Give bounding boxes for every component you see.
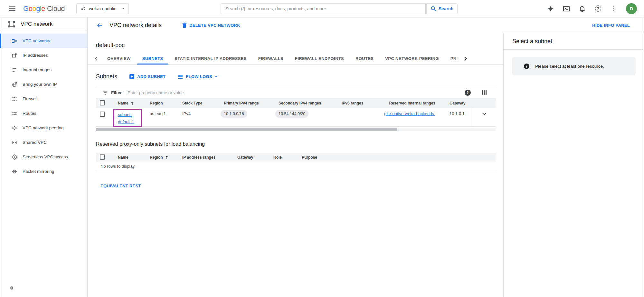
hide-info-panel-button[interactable]: HIDE INFO PANEL xyxy=(592,23,630,28)
sidebar-item-label: VPC network peering xyxy=(23,125,64,130)
sidebar-item-ip-addresses[interactable]: IP addresses xyxy=(0,48,87,63)
project-selector[interactable]: wekaio-public xyxy=(76,3,129,14)
sidebar-item-shared-vpc[interactable]: Shared VPC xyxy=(0,135,87,150)
sidebar-item-bring-your-own-ip[interactable]: Bring your own IP xyxy=(0,77,87,92)
sidebar-item-label: Shared VPC xyxy=(23,140,47,145)
gemini-sparkle-icon[interactable] xyxy=(547,5,554,12)
caret-down-icon xyxy=(215,76,217,77)
hamburger-menu-icon[interactable] xyxy=(9,5,15,12)
vpc-network-icon xyxy=(8,20,15,28)
column-header-region: Region xyxy=(150,155,163,160)
primary-ipv4-chip: 10.1.0.0/16 xyxy=(221,110,247,118)
cloud-shell-icon[interactable] xyxy=(563,5,570,12)
proxy-table-header: Name Region IP address ranges Gateway Ro… xyxy=(96,153,496,162)
ip-addresses-icon xyxy=(12,53,17,58)
sidebar-item-label: Internal ranges xyxy=(23,67,52,72)
sidebar-item-internal-ranges[interactable]: Internal ranges xyxy=(0,63,87,77)
column-header-purpose: Purpose xyxy=(298,155,496,160)
notifications-bell-icon[interactable] xyxy=(579,5,586,12)
sidebar-item-vpc-network-peering[interactable]: VPC network peering xyxy=(0,121,87,135)
column-header-name: Name xyxy=(114,155,146,160)
column-header-reserved-internal: Reserved internal ranges xyxy=(380,101,446,105)
filter-input[interactable] xyxy=(128,90,464,95)
google-logo-text: Google xyxy=(23,5,45,13)
subnets-section-header: Subnets ADD SUBNET FLOW LOGS xyxy=(96,73,496,80)
column-header-primary-ipv4: Primary IPv4 range xyxy=(220,101,275,105)
filter-icon xyxy=(102,90,108,95)
collapse-sidebar-icon[interactable] xyxy=(8,285,14,292)
sort-ascending-icon[interactable] xyxy=(130,101,134,105)
column-display-options-icon[interactable] xyxy=(482,90,487,95)
cloud-logo-text: Cloud xyxy=(47,5,65,13)
tab-bar: OVERVIEW SUBNETS STATIC INTERNAL IP ADDR… xyxy=(88,53,503,65)
tab-subnets[interactable]: SUBNETS xyxy=(137,53,169,64)
select-all-checkbox[interactable] xyxy=(100,100,105,105)
global-search: Search xyxy=(221,3,458,14)
tab-scroll-left-icon[interactable] xyxy=(91,56,101,62)
top-app-bar: Google Cloud wekaio-public Search ? ⋮ xyxy=(0,0,644,17)
sidebar-menu: VPC networks IP addresses Internal range… xyxy=(0,31,87,179)
topbar-actions: ? ⋮ D xyxy=(547,3,637,14)
filter-bar: Filter ? xyxy=(96,87,496,98)
internal-ranges-icon xyxy=(12,67,17,73)
scrollbar-thumb[interactable] xyxy=(96,128,397,131)
google-cloud-logo[interactable]: Google Cloud xyxy=(23,5,65,13)
tab-routes[interactable]: ROUTES xyxy=(350,53,379,64)
column-header-stack-type: Stack Type xyxy=(178,101,220,105)
select-all-checkbox[interactable] xyxy=(100,154,105,160)
subnet-name-link[interactable]: subnet-default-1 xyxy=(118,111,138,125)
row-checkbox[interactable] xyxy=(100,112,105,117)
add-box-icon xyxy=(129,74,134,79)
proxy-subnets-table: Name Region IP address ranges Gateway Ro… xyxy=(96,153,496,171)
sidebar-item-label: Bring your own IP xyxy=(23,82,57,87)
search-button-label: Search xyxy=(439,6,454,11)
info-icon xyxy=(524,63,530,69)
subnet-region: us-east1 xyxy=(146,108,178,116)
tab-firewalls[interactable]: FIREWALLS xyxy=(253,53,289,64)
equivalent-rest-button[interactable]: EQUIVALENT REST xyxy=(100,183,141,188)
subnets-table: Filter ? Name Region Stack Type Primary … xyxy=(96,87,496,131)
sort-ascending-icon[interactable] xyxy=(165,155,169,159)
tab-vpc-network-peering[interactable]: VPC NETWORK PEERING xyxy=(380,53,444,64)
sidebar-header: VPC network xyxy=(0,17,87,31)
reserved-internal-range-link[interactable]: gke-native-weka-backends- xyxy=(384,111,435,116)
sidebar-item-packet-mirroring[interactable]: Packet mirroring xyxy=(0,164,87,179)
add-subnet-button[interactable]: ADD SUBNET xyxy=(129,74,166,79)
tab-private-truncated[interactable]: PRIV xyxy=(445,53,460,64)
expand-row-button[interactable] xyxy=(473,108,496,127)
tab-static-internal-ip-addresses[interactable]: STATIC INTERNAL IP ADDRESSES xyxy=(169,53,252,64)
sidebar-item-label: VPC networks xyxy=(23,38,50,43)
search-icon xyxy=(431,6,436,12)
subnet-gateway: 10.1.0.1 xyxy=(446,108,473,116)
search-input[interactable] xyxy=(221,3,426,14)
column-header-ip-address-ranges: IP address ranges xyxy=(178,155,233,160)
flow-logs-button[interactable]: FLOW LOGS xyxy=(178,74,217,79)
help-icon[interactable]: ? xyxy=(594,5,601,12)
column-header-gateway: Gateway xyxy=(446,101,473,105)
proxy-subnets-title: Reserved proxy-only subnets for load bal… xyxy=(96,141,496,147)
tab-overview[interactable]: OVERVIEW xyxy=(102,53,136,64)
tab-scroll-right-icon[interactable] xyxy=(460,55,470,62)
subnet-stack-type: IPv4 xyxy=(178,108,220,116)
subnets-title: Subnets xyxy=(96,73,117,80)
vpc-networks-icon xyxy=(12,38,17,44)
project-name: wekaio-public xyxy=(89,6,116,11)
info-panel-title: Select a subnet xyxy=(504,33,644,50)
column-header-ipv6: IPv6 ranges xyxy=(338,101,380,105)
sidebar-item-vpc-networks[interactable]: VPC networks xyxy=(0,34,87,48)
sidebar-item-routes[interactable]: Routes xyxy=(0,106,87,121)
network-name: default-poc xyxy=(96,42,503,49)
avatar[interactable]: D xyxy=(626,3,637,14)
more-vertical-icon[interactable]: ⋮ xyxy=(610,5,617,12)
delete-vpc-network-button[interactable]: DELETE VPC NETWORK xyxy=(182,23,240,28)
horizontal-scrollbar[interactable] xyxy=(96,128,496,131)
sidebar-item-label: Serverless VPC access xyxy=(23,154,68,159)
tab-firewall-endpoints[interactable]: FIREWALL ENDPOINTS xyxy=(289,53,349,64)
sidebar-item-serverless-vpc-access[interactable]: Serverless VPC access xyxy=(0,150,87,164)
subnet-ipv6 xyxy=(338,108,380,111)
sidebar-item-firewall[interactable]: Firewall xyxy=(0,92,87,106)
back-arrow-icon[interactable] xyxy=(97,22,103,28)
search-button[interactable]: Search xyxy=(426,3,458,14)
filter-help-icon[interactable]: ? xyxy=(465,90,471,96)
page-header: VPC network details DELETE VPC NETWORK H… xyxy=(88,17,644,33)
